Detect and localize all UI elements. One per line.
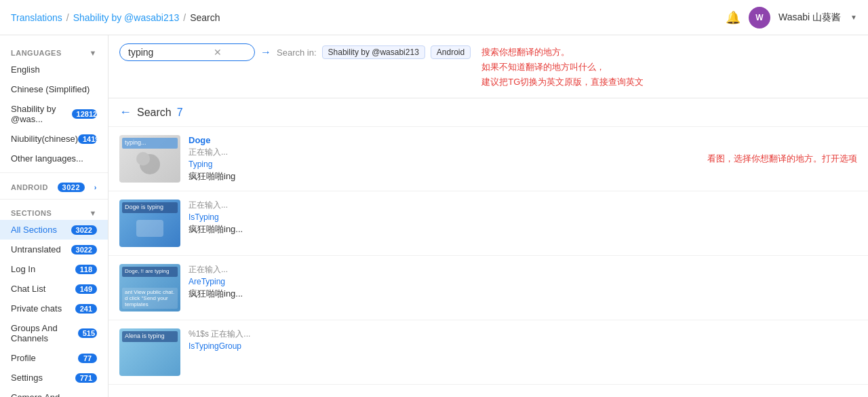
camera-label: Camera And Media <box>11 392 77 397</box>
sidebar-item-settings[interactable]: Settings 771 <box>0 368 108 387</box>
search-input[interactable] <box>128 47 210 58</box>
results-count: 7 <box>177 107 183 119</box>
sidebar-divider-1 <box>0 172 108 173</box>
search-input-wrapper[interactable]: ✕ <box>119 43 255 61</box>
result-thumbnail: typing... <box>119 135 180 183</box>
thumb-label: Doge, !! are typing <box>122 267 178 276</box>
result-thumbnail: Alena is typing <box>119 328 180 376</box>
result-thumbnail: Doge, !! are typing ant View public chat… <box>119 264 180 311</box>
sidebar-item-private-chats[interactable]: Private chats 241 <box>0 299 108 318</box>
android-badge: 3022 <box>58 183 85 192</box>
sidebar-item-groups[interactable]: Groups And Channels 515 <box>0 318 108 348</box>
settings-badge: 771 <box>75 373 97 383</box>
annotation-line1: 搜索你想翻译的地方。 <box>481 45 644 60</box>
svg-rect-2 <box>136 220 163 237</box>
breadcrumb-current: Search <box>190 12 220 23</box>
result-info: 正在输入... IsTyping 疯狂啪啪ing... <box>189 200 857 235</box>
results-list: typing... Doge 正在输入... Typing 疯狂啪啪ing 看图… <box>108 127 868 397</box>
sidebar-item-chat-list[interactable]: Chat List 149 <box>0 279 108 299</box>
sidebar-item-shability[interactable]: Shability by @was... 12812 <box>0 99 108 129</box>
niubility-badge: 14197 <box>78 134 97 144</box>
result-item[interactable]: Doge is typing 正在输入... IsTyping 疯狂啪啪ing.… <box>108 191 868 256</box>
all-sections-badge: 3022 <box>71 225 97 235</box>
result-item[interactable]: typing... Doge 正在输入... Typing 疯狂啪啪ing 看图… <box>108 127 868 191</box>
android-label: ANDROID <box>11 183 48 191</box>
result-value: 疯狂啪啪ing... <box>189 288 857 300</box>
annotation-result1: 看图，选择你想翻译的地方。打开选项 <box>707 153 857 165</box>
languages-chevron-icon: ▼ <box>90 49 97 57</box>
profile-badge: 77 <box>78 354 97 363</box>
search-in-tag-android[interactable]: Android <box>431 45 471 59</box>
breadcrumb-sep2: / <box>183 12 186 23</box>
result-subtitle: 正在输入... <box>189 264 857 276</box>
result-item[interactable]: Alena is typing %1$s 正在输入... IsTypingGro… <box>108 320 868 385</box>
languages-section-header[interactable]: LANGUAGES ▼ <box>0 43 108 60</box>
private-chats-badge: 241 <box>75 304 97 314</box>
search-row: ✕ → Search in: Shability by @wasabi213 A… <box>119 43 471 61</box>
settings-label: Settings <box>11 373 43 383</box>
result-key: Typing <box>189 159 686 169</box>
chat-list-label: Chat List <box>11 284 45 294</box>
thumb-detail: ant View public chat.d click "Send your … <box>122 288 178 309</box>
login-badge: 118 <box>75 265 97 274</box>
result-value: 疯狂啪啪ing... <box>189 223 857 235</box>
result-subtitle: %1$s 正在输入... <box>189 328 857 340</box>
search-area: ✕ → Search in: Shability by @wasabi213 A… <box>108 35 868 98</box>
sections-chevron-icon: ▼ <box>90 209 97 217</box>
result-info: %1$s 正在输入... IsTypingGroup <box>189 328 857 352</box>
android-chevron-icon: › <box>94 183 97 191</box>
shability-badge: 12812 <box>72 109 97 119</box>
result-sender: Doge <box>189 135 686 145</box>
search-in-tag-shability[interactable]: Shability by @wasabi213 <box>322 45 425 59</box>
login-label: Log In <box>11 264 35 274</box>
result-key: IsTypingGroup <box>189 341 857 351</box>
annotation-line2: 如果不知道翻译的地方叫什么， <box>481 60 644 75</box>
breadcrumb-sep1: / <box>66 12 69 23</box>
chevron-down-icon[interactable]: ▼ <box>850 14 857 21</box>
svg-point-1 <box>136 152 150 166</box>
breadcrumb-translations[interactable]: Translations <box>11 12 62 23</box>
groups-label: Groups And Channels <box>11 323 78 343</box>
result-info: 正在输入... AreTyping 疯狂啪啪ing... <box>189 264 857 300</box>
result-value: 疯狂啪啪ing <box>189 170 686 183</box>
sections-label: SECTIONS <box>11 209 52 217</box>
main-layout: LANGUAGES ▼ English Chinese (Simplified)… <box>0 35 868 397</box>
result-item[interactable]: Doge, !! are typing ant View public chat… <box>108 256 868 320</box>
result-key: AreTyping <box>189 277 857 286</box>
breadcrumb: Translations / Shability by @wasabi213 /… <box>11 12 726 23</box>
results-header: ← Search 7 <box>108 98 868 127</box>
sidebar-item-login[interactable]: Log In 118 <box>0 259 108 279</box>
sidebar-item-chinese-label: Chinese (Simplified) <box>11 84 90 94</box>
content: ✕ → Search in: Shability by @wasabi213 A… <box>108 35 868 397</box>
sidebar-item-profile[interactable]: Profile 77 <box>0 348 108 368</box>
breadcrumb-shability[interactable]: Shability by @wasabi213 <box>73 12 180 23</box>
thumb-label: Doge is typing <box>122 202 178 213</box>
sidebar-item-niubility-label: Niubility(chinese) <box>11 134 78 144</box>
sidebar-divider-2 <box>0 199 108 200</box>
back-arrow-icon[interactable]: ← <box>119 105 132 119</box>
sections-section-header[interactable]: SECTIONS ▼ <box>0 204 108 220</box>
result-thumbnail: Doge is typing <box>119 200 180 247</box>
search-clear-icon[interactable]: ✕ <box>214 47 222 58</box>
result-key: IsTyping <box>189 212 857 222</box>
result-subtitle: 正在输入... <box>189 200 857 211</box>
sidebar-item-chinese-simplified[interactable]: Chinese (Simplified) <box>0 79 108 99</box>
search-forward-icon[interactable]: → <box>260 46 271 58</box>
untranslated-label: Untranslated <box>11 244 61 254</box>
header-right: 🔔 W Wasabi 山葵酱 ▼ <box>726 7 857 29</box>
thumb-label: Alena is typing <box>122 331 178 342</box>
sidebar-item-untranslated[interactable]: Untranslated 3022 <box>0 240 108 259</box>
sidebar-item-camera[interactable]: Camera And Media 144 <box>0 387 108 397</box>
languages-label: LANGUAGES <box>11 49 62 57</box>
sidebar-item-niubility[interactable]: Niubility(chinese) 14197 <box>0 129 108 149</box>
sidebar-item-all-sections[interactable]: All Sections 3022 <box>0 220 108 240</box>
chat-list-badge: 149 <box>75 284 97 294</box>
android-section-header[interactable]: ANDROID 3022 › <box>0 177 108 195</box>
bell-icon[interactable]: 🔔 <box>726 10 741 25</box>
thumb-label: typing... <box>122 138 178 149</box>
sidebar-item-other-languages[interactable]: Other languages... <box>0 149 108 168</box>
sidebar-item-english[interactable]: English <box>0 60 108 79</box>
sidebar-item-other-label: Other languages... <box>11 153 83 164</box>
sidebar-item-english-label: English <box>11 64 40 75</box>
avatar: W <box>749 7 770 29</box>
